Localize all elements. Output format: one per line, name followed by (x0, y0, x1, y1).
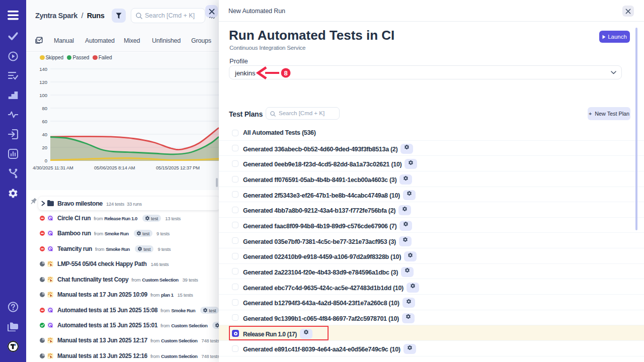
svg-text:20: 20 (42, 145, 47, 150)
svg-text:8: 8 (284, 69, 287, 77)
svg-text:0: 0 (45, 158, 47, 163)
svg-text:100: 100 (39, 93, 47, 98)
svg-text:140: 140 (39, 66, 47, 72)
svg-text:40: 40 (42, 132, 47, 137)
svg-text:80: 80 (42, 106, 47, 111)
svg-text:60: 60 (42, 119, 47, 124)
svg-text:120: 120 (39, 79, 47, 85)
